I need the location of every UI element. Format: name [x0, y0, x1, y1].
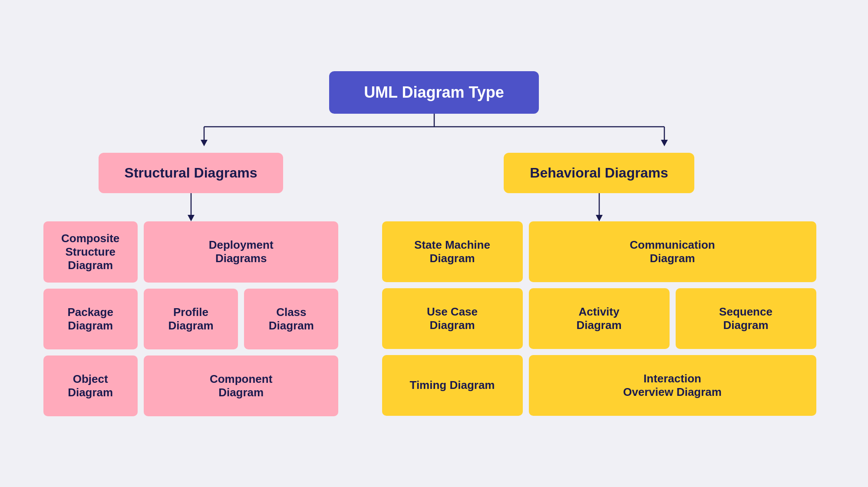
structural-node: Structural Diagrams — [99, 153, 284, 193]
structural-column: Structural Diagrams Composite StructureD… — [43, 153, 339, 416]
structural-grid: Composite StructureDiagram DeploymentDia… — [43, 221, 339, 416]
behavioral-grid: State MachineDiagram CommunicationDiagra… — [382, 221, 816, 416]
svg-marker-7 — [188, 215, 195, 221]
root-connectors-svg — [43, 114, 825, 148]
main-columns: Structural Diagrams Composite StructureD… — [43, 153, 825, 416]
behavioral-label: Behavioral Diagrams — [530, 165, 668, 181]
class-diagram: ClassDiagram — [244, 289, 338, 349]
root-label: UML Diagram Type — [364, 83, 504, 101]
timing-diagram: Timing Diagram — [382, 355, 523, 416]
svg-marker-5 — [661, 140, 668, 146]
interaction-overview-diagram: InteractionOverview Diagram — [529, 355, 816, 416]
activity-diagram: ActivityDiagram — [529, 288, 670, 349]
structural-label: Structural Diagrams — [125, 165, 257, 181]
behavioral-node: Behavioral Diagrams — [504, 153, 694, 193]
root-node: UML Diagram Type — [329, 71, 539, 114]
sequence-diagram: SequenceDiagram — [676, 288, 816, 349]
state-machine-diagram: State MachineDiagram — [382, 221, 523, 282]
profile-diagram: ProfileDiagram — [144, 289, 238, 349]
object-diagram: Object Diagram — [43, 355, 138, 416]
behavioral-connector-svg — [578, 193, 621, 221]
svg-marker-3 — [201, 140, 208, 146]
use-case-diagram: Use CaseDiagram — [382, 288, 523, 349]
deployment-diagrams: DeploymentDiagrams — [144, 221, 339, 283]
package-diagram: PackageDiagram — [43, 289, 138, 349]
component-diagram: ComponentDiagram — [144, 355, 339, 416]
communication-diagram: CommunicationDiagram — [529, 221, 816, 282]
svg-marker-9 — [596, 215, 603, 221]
structural-connector-svg — [169, 193, 213, 221]
diagram-canvas: UML Diagram Type Structural Diagrams — [43, 71, 825, 416]
composite-structure-diagram: Composite StructureDiagram — [43, 221, 138, 283]
behavioral-column: Behavioral Diagrams State MachineDiagram… — [373, 153, 825, 416]
